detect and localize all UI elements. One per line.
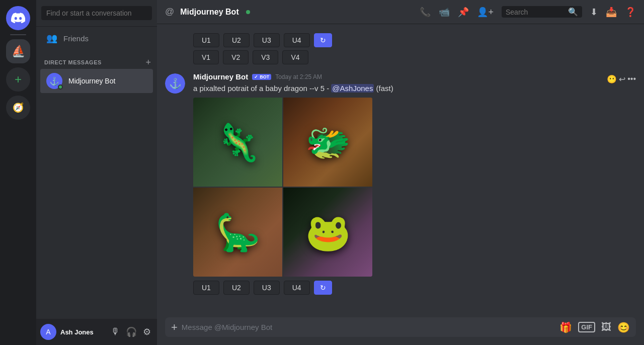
input-actions: 🎁 GIF 🖼 😊 xyxy=(559,321,630,333)
message-author: Midjourney Bot xyxy=(193,72,248,81)
upscale-buttons-row: U1 U2 U3 U4 ↻ xyxy=(193,281,599,295)
search-bar-container xyxy=(36,0,157,27)
midjourney-avatar: ⚓ xyxy=(46,73,62,89)
variation-button-row: V1 V2 V3 V4 xyxy=(193,50,636,64)
user-avatar: A xyxy=(40,324,56,340)
u2-button-prev[interactable]: U2 xyxy=(223,33,250,47)
header-search-input[interactable] xyxy=(506,8,566,16)
gift-button[interactable]: 🎁 xyxy=(559,321,572,333)
u1-button-prev[interactable]: U1 xyxy=(193,33,219,47)
dm-channel-icon: @ xyxy=(165,7,174,17)
message-hover-actions: 😶 ↩ ••• xyxy=(607,74,636,84)
dm-item-midjourney[interactable]: ⚓ Midjourney Bot xyxy=(40,69,153,93)
bot-avatar: ⚓ xyxy=(165,73,185,94)
friends-nav-item[interactable]: 👥 Friends xyxy=(40,29,153,48)
chat-header: @ Midjourney Bot 📞 📹 📌 👤+ 🔍 ⬇ 📥 ❓ xyxy=(157,0,644,24)
mute-button[interactable]: 🎙 xyxy=(109,324,122,339)
previous-message-buttons: U1 U2 U3 U4 ↻ V1 V2 V3 V4 xyxy=(157,32,644,68)
reply-button[interactable]: ↩ xyxy=(619,74,625,84)
u3-button-prev[interactable]: U3 xyxy=(254,33,280,47)
user-info: Ash Jones xyxy=(60,328,105,336)
search-box: 🔍 xyxy=(502,6,582,18)
dragon-image-3[interactable]: 🦕 xyxy=(193,188,282,277)
checkmark-icon: ✓ xyxy=(254,74,258,79)
pin-button[interactable]: 📌 xyxy=(458,7,469,18)
channel-name: Midjourney Bot xyxy=(180,8,238,17)
friends-label: Friends xyxy=(63,34,89,43)
inbox-button[interactable]: 📥 xyxy=(606,7,617,18)
sticker-button[interactable]: 🖼 xyxy=(601,321,611,333)
download-button[interactable]: ⬇ xyxy=(590,7,598,18)
bot-badge: ✓ BOT xyxy=(252,74,271,80)
more-options-button[interactable]: ••• xyxy=(627,74,636,84)
settings-button[interactable]: ⚙ xyxy=(141,324,153,339)
u4-button-prev[interactable]: U4 xyxy=(284,33,310,47)
message-content: Midjourney Bot ✓ BOT Today at 2:25 AM a … xyxy=(193,72,599,298)
message-header: Midjourney Bot ✓ BOT Today at 2:25 AM xyxy=(193,72,599,81)
call-button[interactable]: 📞 xyxy=(420,7,431,18)
header-actions: 📞 📹 📌 👤+ 🔍 ⬇ 📥 ❓ xyxy=(420,6,636,18)
message-input[interactable] xyxy=(182,317,555,337)
u1-button[interactable]: U1 xyxy=(193,281,219,295)
midjourney-message: ⚓ Midjourney Bot ✓ BOT Today at 2:25 AM … xyxy=(157,70,644,300)
dm-item-name: Midjourney Bot xyxy=(68,77,115,85)
dragon-image-4[interactable]: 🐸 xyxy=(283,188,372,277)
message-timestamp: Today at 2:25 AM xyxy=(275,73,322,80)
server-icon-sailboat[interactable]: ⛵ xyxy=(6,39,30,63)
input-bar: + 🎁 GIF 🖼 😊 xyxy=(157,317,644,345)
online-status-dot xyxy=(58,84,63,90)
main-content: @ Midjourney Bot 📞 📹 📌 👤+ 🔍 ⬇ 📥 ❓ U1 U2 … xyxy=(157,0,644,345)
sidebar: 👥 Friends DIRECT MESSAGES + ⚓ Midjourney… xyxy=(36,0,157,345)
search-input[interactable] xyxy=(41,6,152,20)
input-container: + 🎁 GIF 🖼 😊 xyxy=(165,317,636,337)
user-area: A Ash Jones 🎙 🎧 ⚙ xyxy=(36,319,157,345)
explore-servers-button[interactable]: 🧭 xyxy=(6,96,30,120)
v1-button[interactable]: V1 xyxy=(193,50,219,64)
upscale-button-row: U1 U2 U3 U4 ↻ xyxy=(193,33,636,47)
gif-button[interactable]: GIF xyxy=(578,322,595,332)
messages-area[interactable]: U1 U2 U3 U4 ↻ V1 V2 V3 V4 ⚓ Midjourney B… xyxy=(157,24,644,317)
server-divider xyxy=(10,34,26,35)
channel-status-dot xyxy=(246,10,250,14)
u4-button[interactable]: U4 xyxy=(284,281,310,295)
friends-icon: 👥 xyxy=(46,33,57,44)
add-dm-button[interactable]: + xyxy=(145,58,151,67)
add-member-button[interactable]: 👤+ xyxy=(477,7,494,18)
v3-button[interactable]: V3 xyxy=(253,50,278,64)
help-button[interactable]: ❓ xyxy=(625,7,636,18)
add-server-button[interactable]: + xyxy=(6,67,30,92)
username: Ash Jones xyxy=(60,328,105,336)
react-button[interactable]: 😶 xyxy=(607,74,617,84)
message-text: a pixalted potrait of a baby dragon --v … xyxy=(193,83,599,94)
u3-button[interactable]: U3 xyxy=(254,281,280,295)
mention[interactable]: @AshJones xyxy=(331,84,374,93)
discord-home-button[interactable] xyxy=(6,6,30,30)
server-panel: ⛵ + 🧭 xyxy=(0,0,36,345)
emoji-button[interactable]: 😊 xyxy=(617,321,630,333)
attach-button[interactable]: + xyxy=(171,321,178,334)
refresh-button-prev[interactable]: ↻ xyxy=(314,33,332,47)
dm-section-header: DIRECT MESSAGES + xyxy=(36,50,157,69)
v2-button[interactable]: V2 xyxy=(223,50,249,64)
dragon-image-1[interactable]: 🦎 xyxy=(193,98,282,187)
v4-button[interactable]: V4 xyxy=(282,50,308,64)
dm-section-title: DIRECT MESSAGES xyxy=(44,59,102,65)
deafen-button[interactable]: 🎧 xyxy=(124,324,139,339)
image-grid[interactable]: 🦎 🐲 🦕 🐸 xyxy=(193,98,372,277)
u2-button[interactable]: U2 xyxy=(223,281,250,295)
user-controls: 🎙 🎧 ⚙ xyxy=(109,324,153,339)
search-icon: 🔍 xyxy=(568,7,578,17)
refresh-button[interactable]: ↻ xyxy=(314,281,332,295)
video-button[interactable]: 📹 xyxy=(439,7,450,18)
dragon-image-2[interactable]: 🐲 xyxy=(283,98,372,187)
